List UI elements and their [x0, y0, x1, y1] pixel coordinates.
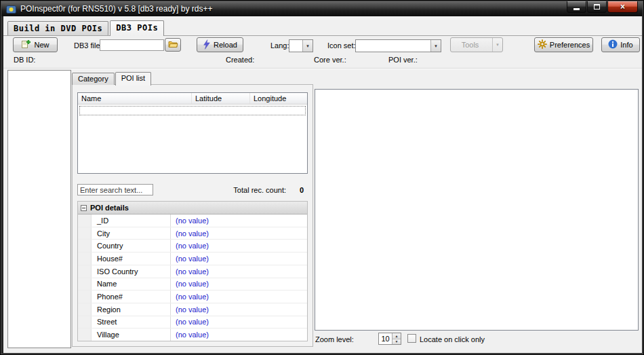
row-gutter: [78, 316, 92, 329]
icon-set-select-value: [356, 40, 430, 52]
total-count-value: 0: [289, 186, 304, 194]
empty-selected-row[interactable]: [79, 106, 306, 115]
field-value: (no value): [171, 278, 307, 291]
reload-button[interactable]: Reload: [197, 37, 243, 52]
main-tabstrip: Build in DVD POIs DB3 POIs: [3, 20, 642, 36]
reload-icon: [203, 39, 211, 51]
tab-db3-pois[interactable]: DB3 POIs: [110, 20, 164, 36]
detail-row-village[interactable]: Village(no value): [78, 329, 307, 341]
detail-row-city[interactable]: City(no value): [78, 227, 307, 240]
tools-button-label: Tools: [451, 41, 489, 49]
field-value: (no value): [171, 240, 307, 252]
tab-build-in-dvd-pois[interactable]: Build in DVD POIs: [7, 21, 108, 35]
icon-set-label: Icon set:: [327, 41, 356, 50]
column-header-name[interactable]: Name: [78, 93, 192, 104]
field-label: Phone#: [92, 291, 171, 303]
poi-ver-label: POI ver.:: [388, 56, 418, 64]
poi-details-title: POI details: [90, 204, 129, 212]
db3-file-input[interactable]: [100, 39, 164, 51]
poi-table[interactable]: Name Latitude Longitude: [77, 92, 308, 174]
lang-select-value: [289, 40, 302, 52]
maximize-button[interactable]: [587, 1, 607, 13]
browse-button[interactable]: [165, 38, 181, 52]
minimize-button[interactable]: [567, 1, 586, 13]
lang-select[interactable]: ▼: [289, 39, 313, 52]
field-label: City: [92, 227, 171, 240]
preferences-button[interactable]: Preferences: [534, 37, 593, 52]
tab-category[interactable]: Category: [72, 73, 115, 85]
field-value: (no value): [171, 253, 307, 265]
field-value: (no value): [171, 316, 307, 329]
sub-tabstrip: Category POI list: [72, 72, 152, 85]
detail-row-name[interactable]: Name(no value): [78, 278, 307, 291]
app-window: POInspect0r (for RNS510) v 5.8 [db3 read…: [0, 0, 644, 355]
created-label: Created:: [226, 56, 254, 64]
tools-button: Tools ▼: [450, 37, 503, 52]
preferences-icon: [538, 39, 547, 50]
db-list-panel[interactable]: [7, 70, 71, 348]
poi-details-header[interactable]: POI details: [78, 202, 307, 214]
column-header-latitude[interactable]: Latitude: [192, 93, 250, 104]
field-label: ISO Country: [92, 265, 171, 278]
row-gutter: [78, 329, 92, 341]
spin-down-button[interactable]: ▼: [393, 339, 401, 345]
icon-set-select[interactable]: ▼: [355, 39, 441, 52]
db3-file-label: DB3 file:: [74, 41, 102, 50]
row-gutter: [78, 291, 92, 303]
titlebar[interactable]: POInspect0r (for RNS510) v 5.8 [db3 read…: [1, 1, 643, 16]
open-folder-icon: [168, 40, 178, 50]
window-title: POInspect0r (for RNS510) v 5.8 [db3 read…: [20, 4, 212, 14]
app-icon: [6, 4, 16, 14]
field-label: Village: [92, 329, 171, 341]
field-value: (no value): [171, 291, 307, 303]
new-icon: [21, 39, 31, 50]
row-gutter: [78, 227, 92, 240]
row-gutter: [78, 265, 92, 278]
detail-row-region[interactable]: Region(no value): [78, 303, 307, 316]
tab-poi-list[interactable]: POI list: [115, 72, 151, 86]
new-button[interactable]: New: [13, 37, 58, 52]
field-label: Street: [92, 316, 171, 329]
new-button-label: New: [34, 41, 49, 49]
total-count-label: Total rec. count:: [186, 186, 286, 194]
close-button[interactable]: ×: [607, 1, 638, 13]
detail-row-phone[interactable]: Phone#(no value): [78, 291, 307, 303]
column-header-longitude[interactable]: Longitude: [250, 93, 307, 104]
detail-row-house[interactable]: House#(no value): [78, 253, 307, 265]
field-label: Name: [92, 278, 171, 291]
search-input[interactable]: [77, 184, 153, 195]
zoom-level-label: Zoom level:: [315, 335, 354, 343]
field-value: (no value): [171, 303, 307, 316]
spin-down-icon: ▼: [395, 339, 399, 343]
db-id-label: DB ID:: [14, 56, 35, 64]
locate-on-click-checkbox[interactable]: [407, 334, 416, 343]
collapse-icon[interactable]: [81, 205, 87, 211]
row-gutter: [78, 253, 92, 265]
reload-button-label: Reload: [214, 41, 237, 49]
map-panel[interactable]: [315, 89, 639, 331]
detail-row-id[interactable]: _ID(no value): [78, 214, 307, 227]
detail-row-street[interactable]: Street(no value): [78, 316, 307, 329]
detail-row-iso-country[interactable]: ISO Country(no value): [78, 265, 307, 278]
info-icon: [608, 39, 618, 50]
field-label: House#: [92, 253, 171, 265]
core-ver-label: Core ver.:: [314, 56, 346, 64]
field-value: (no value): [171, 265, 307, 278]
row-gutter: [78, 240, 92, 252]
window-controls: ×: [566, 1, 638, 13]
spin-up-button[interactable]: ▲: [393, 333, 401, 339]
maximize-icon: [594, 4, 600, 10]
toolbar: New DB3 file: Reload Lang: ▼ Icon set:: [3, 37, 642, 55]
info-button[interactable]: Info: [601, 37, 640, 52]
chevron-down-icon: ▼: [434, 44, 438, 48]
zoom-level-stepper: ▲ ▼: [378, 333, 401, 345]
field-value: (no value): [171, 227, 307, 240]
row-gutter: [78, 278, 92, 291]
field-value: (no value): [171, 329, 307, 341]
detail-row-country[interactable]: Country(no value): [78, 240, 307, 253]
spin-up-icon: ▲: [395, 334, 399, 338]
minimize-icon: [573, 8, 580, 10]
poi-table-header: Name Latitude Longitude: [78, 93, 307, 105]
zoom-level-input[interactable]: [379, 333, 392, 344]
field-value: (no value): [171, 214, 307, 227]
